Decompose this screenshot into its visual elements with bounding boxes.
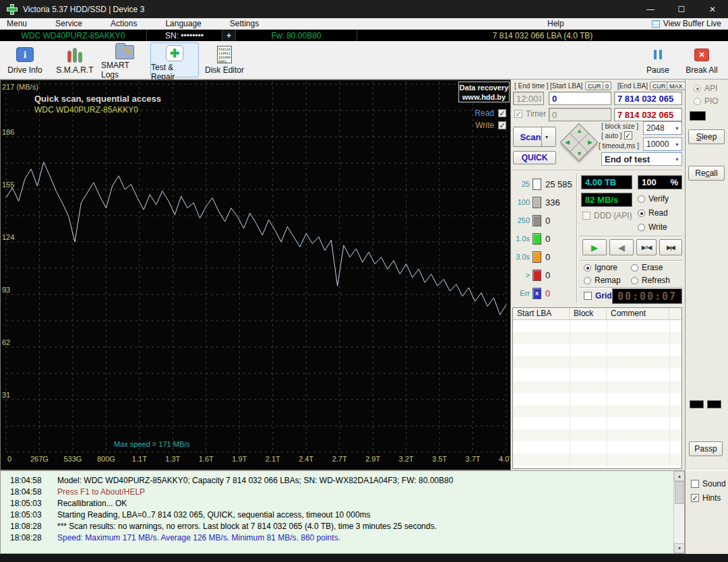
rewind-button[interactable]: ◀ <box>609 239 634 255</box>
smart-logs-icon <box>115 45 134 59</box>
axis-tick-label: 217 (MB/s) <box>2 83 38 91</box>
axis-tick-label: 62 <box>2 338 10 346</box>
erase-radio[interactable]: Erase <box>631 263 663 272</box>
seek-left-button[interactable]: ◀ <box>565 139 570 146</box>
pio-radio[interactable]: PIO <box>694 96 719 106</box>
view-buffer-live-button[interactable]: View Buffer Live <box>652 19 721 28</box>
pause-button[interactable]: Pause <box>638 42 678 77</box>
start-lba-input[interactable]: 0 <box>549 92 611 105</box>
end-of-test-select[interactable]: End of test▼ <box>601 152 682 166</box>
seek-up-button[interactable]: ▲ <box>576 128 582 134</box>
minimize-button[interactable]: — <box>635 0 666 18</box>
seek-down-button[interactable]: ▼ <box>576 151 582 157</box>
counter-box[interactable] <box>533 251 541 263</box>
seek-end-button[interactable]: ▶|◀ <box>659 239 682 255</box>
start-lba-label: [Start LBA] <box>550 82 582 90</box>
ddd-api-checkbox[interactable]: DDD (API) <box>582 211 632 220</box>
seek-pad: ▲ ▼ ◀ ▶ <box>559 123 599 162</box>
counter-row: >0 <box>511 269 550 281</box>
hints-checkbox[interactable]: ✓Hints <box>691 493 721 503</box>
log-scrollbar[interactable]: ▲ ▼ <box>673 471 684 553</box>
menu-item-service[interactable]: Service <box>49 19 89 28</box>
read-radio[interactable]: Read <box>638 208 668 218</box>
smart-logs-button[interactable]: SMART Logs <box>100 42 149 77</box>
menu-item-help[interactable]: Help <box>541 19 571 28</box>
smart-button[interactable]: S.M.A.R.T <box>51 42 99 77</box>
timeout-select[interactable]: 10000▼ <box>643 137 682 151</box>
defect-table-body[interactable] <box>513 320 681 468</box>
column-header-start-lba[interactable]: Start LBA <box>513 308 570 319</box>
side-strip: API PIO S̲leep Rec̲all Passp <box>685 80 728 470</box>
end-lba-input[interactable]: 7 814 032 065 <box>614 92 682 105</box>
test-repair-button[interactable]: ✚Test & Repair <box>150 42 199 77</box>
app-logo-icon <box>7 4 18 15</box>
counter-box[interactable] <box>533 215 541 226</box>
scan-button[interactable]: Scan ▼ <box>513 127 556 147</box>
axis-tick-label: 124 <box>2 233 14 241</box>
scan-dropdown-arrow[interactable]: ▼ <box>541 127 552 146</box>
menu-item-language[interactable]: Language <box>158 19 208 28</box>
recall-button[interactable]: Rec̲all <box>688 166 725 181</box>
drive-model: WDC WD40PURZ-85AKKY0 <box>0 30 147 41</box>
seek-right-button[interactable]: ▶ <box>588 139 593 146</box>
column-header-block[interactable]: Block <box>570 308 607 319</box>
end-lba-mirror-input[interactable]: 7 814 032 065 <box>614 108 682 121</box>
end-lba-max-button[interactable]: MAX <box>667 82 686 90</box>
scroll-thumb[interactable] <box>675 481 684 504</box>
axis-tick-label: 0 <box>7 455 11 463</box>
passp-button[interactable]: Passp <box>689 441 723 456</box>
read-series-checkbox[interactable]: ✓ <box>498 109 506 117</box>
auto-checkbox[interactable]: [ auto ]✓ <box>601 131 632 139</box>
verify-radio[interactable]: Verify <box>638 194 669 204</box>
scroll-up-button[interactable]: ▲ <box>674 471 685 481</box>
quick-button[interactable]: QUICK <box>513 151 556 164</box>
drive-info-button[interactable]: iDrive Info <box>1 42 49 77</box>
remap-radio[interactable]: Remap <box>584 276 621 285</box>
menu-item-actions[interactable]: Actions <box>104 19 144 28</box>
sleep-button[interactable]: S̲leep <box>688 129 725 144</box>
ignore-radio[interactable]: Ignore <box>584 263 617 272</box>
maximize-button[interactable]: ☐ <box>666 0 697 18</box>
column-header-comment[interactable]: Comment <box>607 308 669 319</box>
axis-tick-label: 1.1T <box>132 455 147 463</box>
control-panel: [ End time ] [Start LBA] CUR 0 [End LBA]… <box>511 80 685 470</box>
seek-error-button[interactable]: ▶?◀ <box>636 239 657 255</box>
timer-checkbox[interactable]: ✓Timer <box>514 109 546 119</box>
separator <box>580 260 682 261</box>
menu-item-settings[interactable]: Settings <box>223 19 266 28</box>
log-entry: 18:08:28*** Scan results: no warnings, n… <box>1 520 684 532</box>
scroll-down-button[interactable]: ▼ <box>674 543 685 553</box>
counter-box[interactable] <box>533 270 541 281</box>
timer-input[interactable]: 0 <box>549 108 611 121</box>
title-bar: Victoria 5.37 HDD/SSD | Device 3 — ☐ ✕ <box>0 0 728 18</box>
end-time-spinner[interactable]: ▲▼ <box>539 94 543 102</box>
buffer-icon <box>652 20 660 28</box>
menu-item-menu[interactable]: Menu <box>0 19 34 28</box>
block-size-select[interactable]: 2048▼ <box>643 121 682 135</box>
api-radio[interactable]: API <box>694 84 717 93</box>
write-series-checkbox[interactable]: ✓ <box>498 121 506 129</box>
counter-box[interactable] <box>533 197 541 208</box>
break-all-button[interactable]: ✕ Break All <box>679 42 724 77</box>
sn-reveal-button[interactable]: + <box>222 30 236 41</box>
sound-checkbox[interactable]: Sound <box>691 479 726 489</box>
end-time-input[interactable]: 12:00 ▲▼ <box>513 92 544 105</box>
grid-checkbox[interactable]: Grid <box>584 291 612 301</box>
close-button[interactable]: ✕ <box>697 0 728 18</box>
view-buffer-live-label: View Buffer Live <box>663 19 721 28</box>
start-lba-cur-button[interactable]: CUR <box>585 82 604 90</box>
start-lba-zero-button[interactable]: 0 <box>603 82 611 90</box>
read-series-label: Read <box>475 108 494 118</box>
counter-box[interactable] <box>533 233 541 245</box>
scan-plot: 316293124155186217 (MB/s)0267G533G800G1.… <box>1 80 510 470</box>
drive-serial: SN: •••••••• <box>147 30 222 41</box>
end-lba-cur-button[interactable]: CUR <box>650 82 669 90</box>
write-radio[interactable]: Write <box>638 222 667 232</box>
counter-box[interactable]: x <box>533 288 541 299</box>
block-size-label: [ block size ] <box>601 123 638 130</box>
refresh-radio[interactable]: Refresh <box>631 276 670 285</box>
graph-subtitle: WDC WD40PURZ-85AKKY0 <box>34 105 138 115</box>
disk-editor-button[interactable]: 010110 110011 101000 0001Disk Editor <box>200 42 249 77</box>
play-button[interactable]: ▶ <box>582 239 607 255</box>
counter-box[interactable] <box>533 179 541 190</box>
